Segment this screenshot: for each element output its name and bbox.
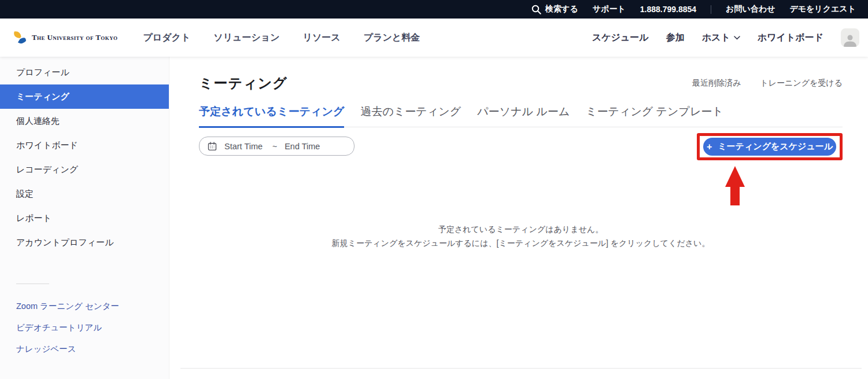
sidebar-link-knowledge-base[interactable]: ナレッジベース [0, 338, 169, 360]
topbar-divider [711, 5, 711, 14]
tab-meeting-templates[interactable]: ミーティング テンプレート [586, 104, 723, 128]
empty-state-line1: 予定されているミーティングはありません。 [199, 223, 843, 237]
sidebar-item-account-profile[interactable]: アカウントプロフィール [0, 230, 169, 255]
topbar-contact-link[interactable]: お問い合わせ [726, 4, 775, 14]
nav-host-label: ホスト [702, 32, 730, 44]
nav-whiteboard[interactable]: ホワイトボード [758, 32, 823, 44]
search-icon [531, 5, 541, 14]
nav-products[interactable]: プロダクト [143, 32, 190, 44]
get-training-link[interactable]: トレーニングを受ける [760, 78, 843, 89]
sidebar-item-whiteboard[interactable]: ホワイトボード [0, 133, 169, 157]
sidebar-item-meetings[interactable]: ミーティング [0, 84, 169, 109]
nav-schedule[interactable]: スケジュール [592, 32, 649, 44]
sidebar-divider [16, 284, 49, 284]
date-range-separator: ~ [272, 142, 277, 151]
date-range-picker[interactable]: ~ [199, 137, 354, 156]
account-nav: スケジュール 参加 ホスト ホワイトボード [592, 28, 859, 47]
topbar-request-demo-link[interactable]: デモをリクエスト [789, 4, 856, 14]
empty-state-line2: 新規ミーティングをスケジュールするには、[ミーティングをスケジュール] をクリッ… [199, 237, 843, 251]
content-area: プロフィール ミーティング 個人連絡先 ホワイトボード レコーディング 設定 レ… [0, 57, 868, 379]
main-navigation: The University of Tokyo プロダクト ソリューション リソ… [0, 19, 868, 57]
topbar-support-link[interactable]: サポート [593, 4, 626, 14]
header-links: 最近削除済み トレーニングを受ける [692, 78, 843, 89]
schedule-meeting-button-label: ミーティングをスケジュール [718, 141, 833, 152]
page-header: ミーティング 最近削除済み トレーニングを受ける [199, 74, 843, 93]
schedule-meeting-button[interactable]: + ミーティングをスケジュール [703, 138, 836, 156]
university-logo[interactable]: The University of Tokyo [12, 31, 117, 45]
person-icon [843, 33, 858, 47]
annotation-arrow-head [725, 166, 745, 187]
nav-solutions[interactable]: ソリューション [213, 32, 279, 44]
sidebar-link-learning-center[interactable]: Zoom ラーニング センター [0, 296, 169, 317]
sidebar-item-reports[interactable]: レポート [0, 206, 169, 230]
tab-upcoming-meetings[interactable]: 予定されているミーティング [199, 104, 344, 128]
primary-nav: プロダクト ソリューション リソース プランと料金 [143, 32, 420, 44]
search-label: 検索する [545, 4, 578, 14]
tab-previous-meetings[interactable]: 過去のミーティング [360, 104, 461, 128]
ginkgo-logo-icon [12, 31, 27, 45]
nav-join[interactable]: 参加 [666, 32, 685, 44]
plus-icon: + [707, 142, 712, 152]
nav-host-menu[interactable]: ホスト [702, 32, 740, 44]
sidebar-item-profile[interactable]: プロフィール [0, 60, 169, 84]
avatar[interactable] [841, 28, 859, 47]
university-logo-text: The University of Tokyo [32, 33, 117, 42]
meetings-panel: ミーティング 最近削除済み トレーニングを受ける 予定されているミーティング 過… [169, 57, 868, 379]
recently-deleted-link[interactable]: 最近削除済み [692, 78, 741, 89]
sidebar-item-settings[interactable]: 設定 [0, 182, 169, 206]
nav-resources[interactable]: リソース [303, 32, 341, 44]
start-time-input[interactable] [224, 142, 265, 151]
topbar: 検索する サポート 1.888.799.8854 お問い合わせ デモをリクエスト [0, 0, 868, 19]
sidebar-item-contacts[interactable]: 個人連絡先 [0, 109, 169, 133]
chevron-down-icon [734, 36, 740, 40]
calendar-icon [208, 142, 217, 151]
annotation-arrow-shaft [730, 187, 740, 205]
footer-divider [180, 368, 862, 369]
sidebar: プロフィール ミーティング 個人連絡先 ホワイトボード レコーディング 設定 レ… [0, 57, 169, 379]
annotation-highlight-box: + ミーティングをスケジュール [697, 133, 843, 160]
empty-state-message: 予定されているミーティングはありません。 新規ミーティングをスケジュールするには… [199, 223, 843, 250]
nav-plans-pricing[interactable]: プランと料金 [364, 32, 420, 44]
sidebar-link-video-tutorials[interactable]: ビデオチュートリアル [0, 317, 169, 338]
meetings-tabs: 予定されているミーティング 過去のミーティング パーソナル ルーム ミーティング… [199, 104, 843, 127]
end-time-input[interactable] [285, 142, 325, 151]
tab-personal-room[interactable]: パーソナル ルーム [477, 104, 570, 128]
sidebar-item-recordings[interactable]: レコーディング [0, 157, 169, 182]
topbar-phone: 1.888.799.8854 [640, 5, 696, 14]
search-button[interactable]: 検索する [531, 4, 578, 14]
annotation-arrow-up-icon [725, 166, 745, 205]
page-title: ミーティング [199, 74, 287, 93]
